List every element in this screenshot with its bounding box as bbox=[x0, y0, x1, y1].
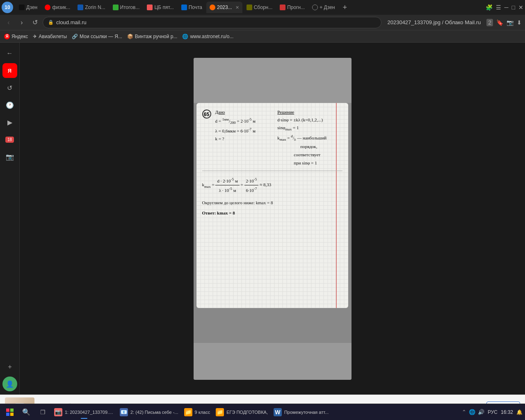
app-mail[interactable]: 📧 2: (42) Письма себе -... bbox=[117, 405, 181, 420]
maximize-button[interactable]: □ bbox=[512, 4, 515, 11]
calc-lines: kmax = d · 2·10-5 м λ · 10-5 м = 2·10-5 … bbox=[202, 176, 342, 218]
profile-icon[interactable]: 10 bbox=[2, 2, 13, 13]
win-start-button[interactable] bbox=[2, 405, 17, 420]
app-mail-label: 2: (42) Письма себе -... bbox=[130, 410, 178, 415]
svg-rect-2 bbox=[6, 413, 9, 416]
tab-itogo[interactable]: Итогов... bbox=[110, 2, 143, 13]
screenshot-icon[interactable]: 📷 bbox=[507, 19, 514, 26]
tab-pochta[interactable]: Почта bbox=[178, 2, 205, 13]
win-lang: РУС bbox=[488, 409, 498, 415]
app-screenshot-label: 1: 20230427_133709.jp... bbox=[65, 410, 114, 415]
win-taskview-button[interactable]: ❐ bbox=[35, 405, 50, 420]
sidebar-icon-user[interactable]: 👤 bbox=[2, 377, 17, 391]
tab-favicon-fizika bbox=[45, 5, 50, 10]
win-pinned-apps: 📷 1: 20230427_133709.jp... 📧 2: (42) Пис… bbox=[52, 405, 331, 420]
bookmark-icon[interactable]: 🔖 bbox=[496, 19, 503, 26]
page-title: 20230427_133709.jpg / Облако Mail.ru bbox=[387, 19, 481, 25]
tab-zorin[interactable]: Zorin N... bbox=[74, 2, 108, 13]
tab-2023[interactable]: 2023... ✕ bbox=[206, 2, 242, 13]
tab-close-2023[interactable]: ✕ bbox=[235, 5, 239, 10]
reload-button[interactable]: ↺ bbox=[30, 17, 40, 28]
bookmarks-bar: Я Яндекс ✈ Авиабилеты 🔗 Мои ссылки — Я..… bbox=[0, 30, 525, 43]
lock-icon: 🔒 bbox=[48, 20, 54, 25]
tab-dzen2[interactable]: + Дзен bbox=[309, 2, 338, 13]
tab-favicon-cb bbox=[147, 5, 153, 10]
svg-rect-1 bbox=[10, 409, 14, 412]
app-screenshot[interactable]: 📷 1: 20230427_133709.jp... bbox=[52, 405, 116, 420]
tab-prog[interactable]: Прогн... bbox=[276, 2, 308, 13]
sidebar-icon-clock[interactable]: 🕐 bbox=[2, 98, 17, 112]
svg-rect-3 bbox=[10, 413, 14, 416]
app-9klass-icon: 📁 bbox=[184, 408, 192, 416]
sidebar-icon-reload[interactable]: ↺ bbox=[2, 80, 17, 95]
win-search-button[interactable]: 🔍 bbox=[19, 405, 34, 420]
app-9klass-label: 9 класс bbox=[195, 410, 210, 415]
tab-favicon-itogo bbox=[113, 5, 119, 10]
close-button[interactable]: ✕ bbox=[518, 4, 523, 11]
bookmark-vintage[interactable]: 📦 Винтаж ручной р... bbox=[127, 34, 178, 39]
sidebar-icon-camera[interactable]: 📷 bbox=[2, 149, 17, 164]
forward-button[interactable]: › bbox=[16, 17, 27, 28]
math-lines-right: d·sinφ = ±kλ (k=0,1,2,...) sinφmax = 1 k… bbox=[277, 116, 342, 167]
tab-dzen[interactable]: Дзен bbox=[16, 2, 41, 13]
sidebar-icon-back[interactable]: ← bbox=[2, 46, 17, 61]
download-icon[interactable]: ⬇ bbox=[517, 19, 522, 26]
sidebar-icon-plus[interactable]: ＋ bbox=[2, 359, 17, 374]
app-word-label: Промежуточная атт... bbox=[284, 410, 329, 415]
bookmark-astronet[interactable]: 🌐 www.astronet.ru/о... bbox=[182, 34, 233, 39]
app-ege[interactable]: 📁 ЕГЭ ПОДГОТОВКА, bbox=[213, 405, 270, 420]
app-mail-icon: 📧 bbox=[120, 408, 128, 416]
bk-icon-astronet: 🌐 bbox=[182, 34, 188, 39]
bookmark-avia[interactable]: ✈ Авиабилеты bbox=[33, 34, 67, 39]
tray-network-icon[interactable]: 🌐 bbox=[469, 409, 475, 415]
sidebar-bottom: ＋ 👤 bbox=[0, 359, 20, 395]
url-text: cloud.mail.ru bbox=[56, 19, 87, 25]
tab-bar: 10 Дзен физик... Zorin N... Итогов... ЦБ… bbox=[0, 0, 525, 15]
bottom-work: kmax = d · 2·10-5 м λ · 10-5 м = 2·10-5 … bbox=[202, 176, 342, 218]
bk-icon-links: 🔗 bbox=[72, 34, 78, 39]
bk-icon-avia: ✈ bbox=[33, 34, 37, 39]
win-time: 16:32 bbox=[501, 409, 513, 415]
browser-frame: 10 Дзен физик... Zorin N... Итогов... ЦБ… bbox=[0, 0, 525, 43]
photo-top-bg bbox=[194, 58, 352, 103]
new-tab-button[interactable]: + bbox=[339, 2, 351, 13]
sidebar-icon-play[interactable]: ▶ bbox=[2, 115, 17, 130]
bookmark-yandex[interactable]: Я Яндекс bbox=[4, 34, 28, 39]
tab-actions: 🧩 ☰ ─ □ ✕ bbox=[486, 4, 523, 11]
address-bar[interactable]: 🔒 cloud.mail.ru bbox=[43, 17, 381, 28]
app-ege-label: ЕГЭ ПОДГОТОВКА, bbox=[226, 410, 268, 415]
tab-favicon-2023 bbox=[210, 5, 215, 10]
bk-icon-yandex: Я bbox=[4, 34, 10, 39]
app-screenshot-icon: 📷 bbox=[54, 408, 62, 416]
tab-cb[interactable]: ЦБ пят... bbox=[144, 2, 177, 13]
back-button[interactable]: ‹ bbox=[3, 17, 14, 28]
extensions-icon[interactable]: 🧩 bbox=[486, 4, 493, 11]
tab-sborn[interactable]: Сборн... bbox=[243, 2, 276, 13]
reshenie-title: Решение bbox=[277, 110, 342, 114]
tab-fizika[interactable]: физик... bbox=[41, 2, 73, 13]
app-word[interactable]: W Промежуточная атт... bbox=[271, 405, 331, 420]
reader-badge: 2 bbox=[486, 19, 493, 26]
photo-container: 65 Дано d = 1мм/200 = 2·10-5 м λ = 0,6мк… bbox=[194, 58, 352, 380]
app-9klass[interactable]: 📁 9 класс bbox=[182, 405, 213, 420]
problem-number: 65 bbox=[202, 110, 211, 119]
svg-rect-0 bbox=[6, 409, 9, 412]
badge-18: 18 bbox=[5, 137, 14, 143]
sidebar: ← Я ↺ 🕐 ▶ 18 📷 ＋ 👤 bbox=[0, 43, 20, 395]
notification-icon[interactable]: 🔔 bbox=[516, 409, 523, 415]
tab-favicon-dzen2 bbox=[312, 5, 318, 10]
main-content: 65 Дано d = 1мм/200 = 2·10-5 м λ = 0,6мк… bbox=[20, 43, 525, 395]
hamburger-menu[interactable]: ☰ bbox=[496, 4, 501, 11]
sidebar-icon-yandex[interactable]: Я bbox=[2, 63, 17, 78]
win-systray: ⌃ 🌐 🔊 РУС 16:32 🔔 bbox=[462, 409, 523, 415]
sidebar-icon-badge18[interactable]: 18 bbox=[2, 132, 17, 147]
tab-favicon-pochta bbox=[181, 5, 187, 10]
tray-expand-icon[interactable]: ⌃ bbox=[462, 409, 466, 415]
app-ege-icon: 📁 bbox=[216, 408, 224, 416]
tray-sound-icon[interactable]: 🔊 bbox=[478, 409, 484, 415]
bookmark-links[interactable]: 🔗 Мои ссылки — Я... bbox=[72, 34, 122, 39]
notebook-page: 65 Дано d = 1мм/200 = 2·10-5 м λ = 0,6мк… bbox=[196, 103, 348, 308]
win-tray-icons: ⌃ 🌐 🔊 bbox=[462, 409, 484, 415]
minimize-button[interactable]: ─ bbox=[504, 4, 509, 11]
tab-favicon-prog bbox=[280, 5, 285, 10]
